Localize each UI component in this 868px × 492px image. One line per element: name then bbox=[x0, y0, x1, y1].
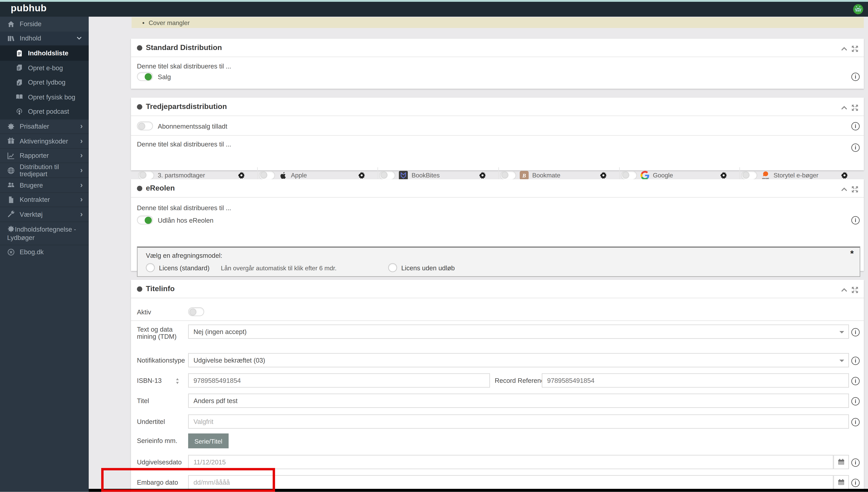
aktiv-toggle[interactable] bbox=[188, 307, 204, 316]
section-title: eReolen bbox=[146, 184, 175, 192]
calendar-icon[interactable] bbox=[834, 455, 849, 469]
sidebar-item-label: Distribution til tredjepart bbox=[20, 163, 75, 177]
app-logo: pubhub bbox=[11, 3, 47, 14]
sidebar-item-opret-fysisk-bog[interactable]: Opret fysisk bog bbox=[0, 90, 89, 104]
tdm-select[interactable]: Nej (ingen accept) bbox=[188, 324, 849, 339]
collapse-icon[interactable] bbox=[841, 44, 848, 51]
isbn-input[interactable] bbox=[188, 373, 490, 388]
sort-icon[interactable] bbox=[174, 376, 181, 385]
expand-icon[interactable] bbox=[851, 44, 859, 51]
card-tredjepartsdistribution: Tredjepartsdistribution Abonnementssalg … bbox=[131, 98, 864, 170]
partner-toggle-bookbites[interactable] bbox=[379, 171, 396, 180]
collapse-icon[interactable] bbox=[841, 184, 848, 192]
info-icon[interactable] bbox=[851, 397, 860, 405]
toggle-knob bbox=[260, 171, 267, 179]
info-icon[interactable] bbox=[851, 479, 860, 487]
info-icon[interactable] bbox=[851, 356, 860, 365]
titel-label: Titel bbox=[137, 394, 187, 408]
settlement-option-uden-udlob: Licens uden udløb bbox=[388, 263, 455, 272]
info-icon[interactable] bbox=[851, 328, 860, 337]
gear-icon[interactable] bbox=[841, 171, 848, 179]
expand-icon[interactable] bbox=[851, 103, 859, 110]
sidebar-item-brugere[interactable]: Brugere› bbox=[0, 177, 89, 192]
loan-toggle[interactable] bbox=[137, 216, 153, 224]
section-title: Tredjepartsdistribution bbox=[146, 102, 227, 111]
udgivelsesdato-input[interactable] bbox=[188, 455, 834, 469]
sidebar-item-opret-e-bog[interactable]: Opret e-bog bbox=[0, 60, 89, 75]
sidebar-item-label: Kontrakter bbox=[20, 196, 75, 203]
gear-icon[interactable] bbox=[479, 171, 487, 179]
radio-licens-uden-udlob[interactable] bbox=[388, 263, 397, 272]
udgivelsesdato-row: Udgivelsesdato bbox=[131, 455, 864, 469]
sidebar-item-v-rkt-j[interactable]: Værktøj› bbox=[0, 206, 89, 221]
toggle-knob bbox=[381, 171, 388, 179]
info-icon[interactable] bbox=[851, 459, 860, 467]
isbn-row: ISBN-13 Record Reference bbox=[131, 373, 864, 388]
sidebar-item-indholdsfortegnelse-lydb-ger[interactable]: Indholdsfortegnelse - Lydbøger bbox=[0, 221, 89, 245]
info-icon[interactable] bbox=[851, 73, 860, 81]
radio-licens-standard[interactable] bbox=[146, 263, 155, 272]
partner-toggle-3-partsmodtager[interactable] bbox=[138, 171, 154, 180]
sidebar: ForsideIndholdIndholdslisteOpret e-bogOp… bbox=[0, 17, 89, 492]
calendar-icon[interactable] bbox=[834, 475, 849, 489]
partner-toggle-google[interactable] bbox=[621, 171, 637, 180]
file-icon bbox=[7, 196, 15, 203]
sidebar-item-distribution-til-tredjepart[interactable]: Distribution til tredjepart› bbox=[0, 163, 89, 177]
apple-logo-icon bbox=[278, 171, 287, 180]
udgivelsesdato-input-group bbox=[188, 455, 849, 469]
collapse-icon[interactable] bbox=[841, 103, 848, 110]
sidebar-item-indholdsliste[interactable]: Indholdsliste bbox=[0, 46, 89, 60]
partner-toggle-apple[interactable] bbox=[259, 171, 275, 180]
serie-titel-button[interactable]: Serie/Titel bbox=[188, 434, 229, 448]
sidebar-item-label: Aktiveringskoder bbox=[20, 137, 75, 145]
collapse-icon[interactable] bbox=[841, 285, 848, 292]
serieinfo-row: Serieinfo mm. Serie/Titel bbox=[131, 434, 864, 448]
gear-icon[interactable] bbox=[720, 171, 728, 179]
gear-icon[interactable] bbox=[237, 171, 245, 179]
notifikationstype-select[interactable]: Udgivelse bekræftet (03) bbox=[188, 353, 849, 367]
sidebar-item-label: Brugere bbox=[20, 181, 75, 189]
expand-icon[interactable] bbox=[851, 184, 859, 192]
sidebar-item-ebog-dk[interactable]: Ebog.dk bbox=[0, 245, 89, 259]
chevron-right-icon: › bbox=[80, 197, 83, 203]
sidebar-item-opret-podcast[interactable]: Opret podcast bbox=[0, 104, 89, 119]
info-icon[interactable] bbox=[851, 144, 860, 152]
sidebar-item-indhold[interactable]: Indhold bbox=[0, 31, 89, 46]
card-header: Tredjepartsdistribution bbox=[131, 98, 864, 116]
sidebar-item-rapporter[interactable]: Rapporter› bbox=[0, 148, 89, 163]
info-icon[interactable] bbox=[851, 377, 860, 385]
aktiv-row: Aktiv bbox=[131, 305, 864, 319]
bookmate-logo-icon: B bbox=[520, 171, 529, 180]
partner-toggle-storytel-e-b-ger[interactable] bbox=[741, 171, 758, 180]
user-avatar[interactable] bbox=[853, 4, 863, 14]
undertitel-input[interactable] bbox=[188, 414, 849, 429]
gear-icon[interactable] bbox=[599, 171, 607, 179]
salg-toggle[interactable] bbox=[137, 72, 153, 81]
podcast-icon bbox=[16, 107, 23, 115]
partner-toggle-bookmate[interactable] bbox=[500, 171, 516, 180]
bookbites-logo-icon bbox=[399, 171, 408, 180]
sidebar-item-opret-lydbog[interactable]: Opret lydbog bbox=[0, 75, 89, 90]
toggle-knob bbox=[145, 217, 152, 224]
titel-input[interactable] bbox=[188, 394, 849, 408]
distribute-to-label: Denne titel skal distribueres til ... bbox=[137, 63, 231, 70]
toggle-knob bbox=[139, 171, 146, 179]
sidebar-item-kontrakter[interactable]: Kontrakter› bbox=[0, 192, 89, 207]
warning-item: Cover mangler bbox=[142, 19, 190, 26]
gear-icon[interactable] bbox=[358, 171, 366, 179]
titel-row: Titel bbox=[131, 394, 864, 408]
record-reference-input[interactable] bbox=[542, 373, 849, 388]
embargo-input[interactable] bbox=[188, 475, 834, 489]
info-icon[interactable] bbox=[851, 122, 860, 130]
expand-icon[interactable] bbox=[851, 285, 859, 292]
radio-label: Licens uden udløb bbox=[401, 264, 455, 271]
section-title: Titelinfo bbox=[146, 285, 175, 293]
info-icon[interactable] bbox=[851, 418, 860, 426]
sidebar-item-forside[interactable]: Forside bbox=[0, 17, 89, 31]
sidebar-item-label: Værktøj bbox=[20, 211, 75, 218]
info-icon[interactable] bbox=[851, 216, 860, 224]
abonnement-toggle[interactable] bbox=[137, 121, 153, 130]
sidebar-item-prisaftaler[interactable]: Prisaftaler› bbox=[0, 119, 89, 133]
settlement-heading: Vælg en afregningsmodel: bbox=[146, 252, 222, 259]
sidebar-item-aktiveringskoder[interactable]: Aktiveringskoder› bbox=[0, 133, 89, 148]
